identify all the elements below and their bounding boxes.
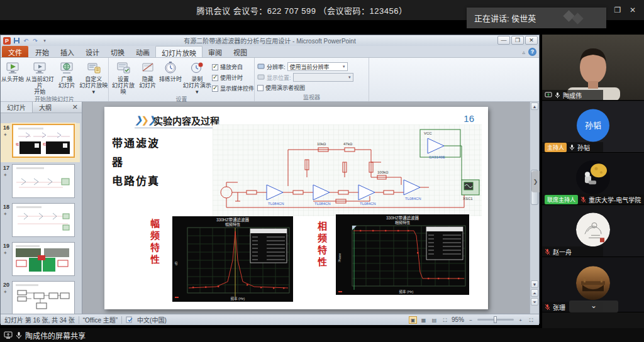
thumbnail-slide-16[interactable]: 16✦ 幅相 [1, 123, 80, 162]
scroll-up-icon[interactable]: ▲ [531, 102, 538, 110]
checkbox-checked-icon [212, 64, 218, 70]
svg-text:TL084CN: TL084CN [405, 197, 421, 201]
close-icon[interactable]: ✕ [628, 5, 638, 15]
custom-slideshow-icon [87, 61, 101, 75]
slide-scrollbar[interactable]: ▲ ▼ ⏶ ⏷ [530, 102, 539, 314]
thumbnail-slide-17[interactable]: 17✦ [1, 163, 80, 200]
svg-text:VCC: VCC [424, 131, 432, 135]
language-indicator[interactable]: 中文(中国) [137, 315, 167, 324]
thumbnail-slide-18[interactable]: 18✦ [1, 202, 80, 239]
tab-slideshow[interactable]: 幻灯片放映 [155, 46, 203, 57]
ppt-restore-button[interactable]: ❐ [511, 36, 524, 45]
animation-star-icon: ✦ [3, 289, 8, 295]
theme-name: “Office 主题” [83, 315, 118, 324]
use-timings-checkbox[interactable]: 使用计时 [212, 74, 254, 82]
svg-text:Phase: Phase [338, 253, 341, 262]
ppt-window-title: 有源二阶带通滤波器的分析与应用设计 - Microsoft PowerPoint [1, 36, 539, 45]
mic-muted-icon [545, 248, 550, 255]
help-icon[interactable]: ? [528, 48, 536, 56]
checkbox-unchecked-icon [257, 85, 264, 91]
tab-insert[interactable]: 插入 [55, 46, 80, 57]
title-chevrons-icon: ❯❯❯ [135, 114, 155, 126]
zoom-slider-thumb[interactable] [494, 316, 497, 323]
thumbnail-slide-20[interactable]: 20✦ [1, 280, 80, 314]
zoom-slider[interactable] [477, 319, 514, 321]
ribbon-group-start-slideshow: 从头开始 从当前幻灯片 开始 广播 幻灯片 自定义 幻灯片放映 ▾ [1, 58, 109, 101]
slide-thumbnail-panel: 幻灯片 大纲 ✕ 16✦ 幅相 17✦ 18✦ [1, 102, 82, 314]
group-label-monitors: 监视器 [255, 93, 369, 101]
normal-view-button[interactable]: ▣ [409, 316, 417, 324]
circuit-schematic: TL084CN TL084CN TL084CN TL084CN CA3140E … [213, 124, 482, 216]
tab-view[interactable]: 视图 [228, 46, 253, 57]
zoom-in-icon[interactable]: + [516, 316, 525, 324]
record-slideshow-button[interactable]: 录制 幻灯片演示 ▾ [182, 60, 212, 95]
panel-tab-slides[interactable]: 幻灯片 [1, 102, 33, 113]
restore-icon[interactable]: ❐ [613, 5, 623, 15]
zoom-level[interactable]: 95% [452, 316, 464, 323]
resolution-label: 分辨率: [267, 63, 286, 71]
checkbox-checked-icon [212, 75, 218, 81]
next-slide-icon[interactable]: ⏷ [531, 298, 538, 306]
slide-sorter-view-button[interactable]: ▦ [419, 316, 428, 324]
monitor-icon [257, 63, 265, 70]
fit-to-window-icon[interactable]: ⛶ [527, 316, 535, 324]
participant-name: 陶成伟 [563, 91, 582, 100]
setup-slideshow-button[interactable]: 设置 幻灯片放映 [110, 60, 136, 95]
video-tile-taochengwei[interactable]: 陶成伟 [542, 35, 644, 101]
tab-animations[interactable]: 动画 [130, 46, 155, 57]
slide-page-number: 16 [464, 113, 474, 124]
from-current-slide-button[interactable]: 从当前幻灯片 开始 [25, 60, 55, 95]
panel-tab-outline[interactable]: 大纲 [33, 102, 58, 113]
mic-on-icon [569, 144, 575, 151]
slide-counter: 幻灯片 第 16 张, 共 34 张 [4, 315, 75, 324]
svg-text:330HZ带通滤波器: 330HZ带通滤波器 [216, 217, 250, 223]
spellcheck-icon[interactable] [126, 316, 133, 323]
ribbon-collapse-icon[interactable]: ▵ [522, 49, 525, 55]
phase-label: 相频特性 [317, 221, 328, 282]
video-tile-suntao[interactable]: 孙韬 主持人 孙韬 [542, 101, 644, 153]
play-narrations-checkbox[interactable]: 播放旁白 [212, 63, 254, 71]
from-beginning-button[interactable]: 从头开始 [1, 60, 25, 82]
svg-text:XSC1: XSC1 [463, 197, 473, 201]
rehearse-timings-button[interactable]: 排练计时 [158, 60, 182, 82]
tab-review[interactable]: 审阅 [203, 46, 228, 57]
svg-text:相频特性: 相频特性 [395, 220, 410, 225]
slideshow-view-button[interactable]: ⛶ [441, 316, 449, 324]
ribbon-group-setup: 设置 幻灯片放映 隐藏 幻灯片 排练计时 录制 幻灯片演示 ▾ [109, 58, 255, 101]
show-on-row: 显示位置: ▾ [257, 73, 353, 82]
svg-text:频率 (Hz): 频率 (Hz) [399, 289, 414, 294]
avatar-initials: 孙韬 [577, 109, 609, 141]
tab-design[interactable]: 设计 [80, 46, 105, 57]
tab-transitions[interactable]: 切换 [105, 46, 130, 57]
custom-slideshow-button[interactable]: 自定义 幻灯片放映 ▾ [79, 60, 108, 95]
presenter-view-checkbox[interactable]: 使用演示者视图 [257, 84, 353, 92]
tab-file[interactable]: 文件 [2, 46, 28, 57]
resolution-dropdown[interactable]: 使用当前分辨率▾ [287, 62, 348, 71]
hide-slide-button[interactable]: 隐藏 幻灯片 [136, 60, 158, 89]
zoom-out-icon[interactable]: − [467, 316, 475, 324]
screen-share-icon [4, 331, 13, 339]
speaking-toast: 正在讲话: 侯世英 [467, 8, 606, 28]
hide-slide-icon [141, 61, 155, 75]
reading-view-button[interactable]: ▤ [430, 316, 438, 324]
scroll-down-icon[interactable]: ▼ [531, 280, 538, 288]
video-tile-zhaoyizhou[interactable]: 赵一舟 [542, 206, 644, 257]
play-from-start-icon [6, 61, 19, 75]
clock-icon [164, 61, 177, 75]
amplitude-label: 幅频特性 [150, 219, 161, 279]
mic-on-icon [16, 331, 22, 339]
sidebar-collapse-handle[interactable]: ❯ [531, 171, 540, 192]
broadcast-slideshow-button[interactable]: 广播 幻灯片 [55, 60, 79, 89]
slide: ❯❯❯ 实验内容及过程 16 带通滤波器 电路仿真 [104, 107, 488, 309]
panel-close-icon[interactable]: ✕ [72, 103, 82, 111]
tab-home[interactable]: 开始 [30, 46, 55, 57]
powerpoint-window: P ↶ ↷ ▾ 有源二阶带通滤波器的分析与应用设计 - Microsoft Po… [0, 35, 540, 324]
more-participants-button[interactable]: ⌄ [569, 301, 618, 312]
show-media-controls-checkbox[interactable]: 显示媒体控件 [212, 84, 254, 92]
ppt-minimize-button[interactable]: — [497, 36, 510, 45]
video-tile-cqu[interactable]: 联席主持人 重庆大学-电气学院 [542, 153, 644, 205]
ppt-close-button[interactable]: ✕ [525, 36, 538, 45]
thumbnail-slide-19[interactable]: 19✦ [1, 241, 80, 278]
previous-slide-icon[interactable]: ⏶ [531, 289, 538, 297]
animation-star-icon: ✦ [3, 172, 8, 178]
